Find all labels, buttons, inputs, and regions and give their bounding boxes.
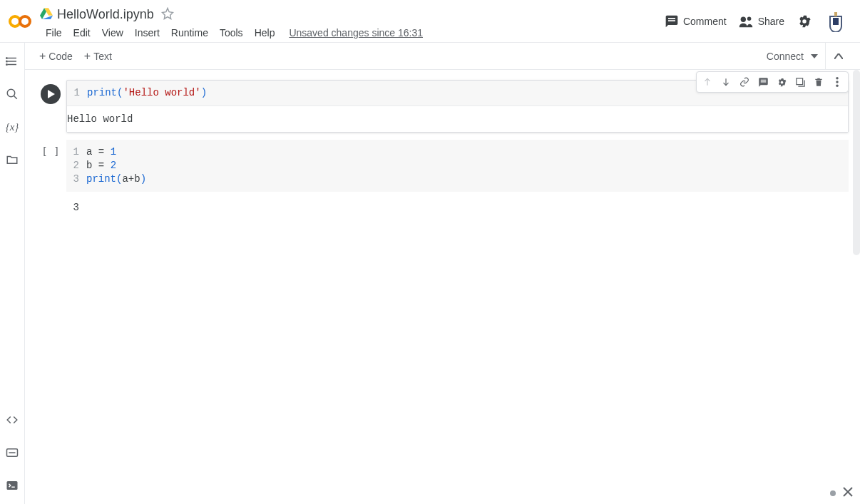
files-icon[interactable]: [5, 153, 19, 167]
add-text-label: Text: [93, 51, 112, 62]
run-cell-button[interactable]: [41, 84, 61, 104]
status-dot-icon: [830, 490, 836, 496]
colab-logo[interactable]: [6, 7, 34, 36]
code-content: a = 1: [86, 145, 116, 159]
svg-rect-5: [833, 18, 839, 25]
menu-insert[interactable]: Insert: [129, 24, 165, 41]
svg-point-1: [20, 16, 30, 26]
svg-point-23: [836, 85, 839, 88]
line-number: 1: [66, 145, 86, 159]
cell-settings-button[interactable]: [772, 73, 791, 91]
command-palette-icon[interactable]: [5, 446, 19, 460]
share-label: Share: [758, 16, 784, 27]
svg-point-2: [740, 17, 745, 22]
code-content: print(a+b): [86, 173, 146, 186]
svg-point-0: [10, 16, 20, 26]
mirror-cell-button[interactable]: [791, 73, 809, 91]
share-button[interactable]: Share: [738, 14, 784, 29]
close-icon[interactable]: [843, 487, 853, 500]
cell-output-row: 3: [35, 193, 854, 219]
output-text: 3: [66, 202, 86, 213]
more-cell-actions-button[interactable]: [828, 73, 846, 91]
line-number: 3: [66, 173, 86, 186]
delete-cell-button[interactable]: [809, 73, 828, 91]
run-cell-placeholder[interactable]: [ ]: [41, 144, 61, 158]
menu-help[interactable]: Help: [249, 24, 281, 41]
cell-output: Hello world: [67, 106, 848, 132]
drive-icon: [40, 8, 53, 21]
line-number: 2: [66, 159, 86, 173]
search-icon[interactable]: [5, 87, 19, 101]
code-content: b = 2: [86, 159, 116, 173]
line-number: 1: [67, 86, 87, 100]
connect-button[interactable]: Connect: [759, 51, 825, 62]
notebook-toolbar: +Code +Text Connect: [25, 43, 860, 70]
svg-rect-16: [7, 481, 18, 490]
notebook-area: 1print('Hello world') Hello world [ ] 1a…: [25, 70, 860, 504]
svg-point-21: [836, 77, 839, 80]
move-cell-up-button[interactable]: [698, 73, 717, 91]
svg-point-3: [747, 17, 751, 21]
menu-bar: File Edit View Insert Runtime Tools Help…: [40, 23, 665, 43]
menu-tools[interactable]: Tools: [214, 24, 249, 41]
svg-point-11: [6, 64, 8, 66]
collapse-header-button[interactable]: [825, 43, 851, 69]
header: HelloWorld.ipynb File Edit View Insert R…: [0, 0, 860, 43]
star-icon[interactable]: [161, 7, 174, 22]
notebook-title[interactable]: HelloWorld.ipynb: [57, 7, 154, 22]
svg-rect-20: [796, 78, 802, 84]
variables-icon[interactable]: {x}: [5, 120, 19, 134]
comment-cell-button[interactable]: [754, 73, 772, 91]
header-right: Comment Share: [665, 6, 854, 33]
code-content: print('Hello world'): [87, 86, 207, 100]
cell-toolbar: [696, 71, 849, 93]
settings-icon[interactable]: [796, 13, 813, 30]
move-cell-down-button[interactable]: [717, 73, 735, 91]
connect-label: Connect: [767, 51, 804, 62]
add-code-label: Code: [48, 51, 72, 62]
add-code-button[interactable]: +Code: [34, 47, 78, 66]
comment-label: Comment: [683, 16, 727, 27]
link-cell-button[interactable]: [735, 73, 754, 91]
terminal-icon[interactable]: [5, 478, 19, 493]
title-area: HelloWorld.ipynb File Edit View Insert R…: [40, 6, 665, 43]
toc-icon[interactable]: [5, 54, 19, 68]
svg-rect-4: [834, 12, 837, 16]
add-text-button[interactable]: +Text: [78, 47, 118, 66]
main-area: +Code +Text Connect: [25, 43, 860, 504]
status-bar: [830, 487, 853, 500]
menu-file[interactable]: File: [40, 24, 68, 41]
user-avatar[interactable]: [824, 10, 847, 33]
output-text: Hello world: [67, 113, 848, 125]
svg-point-22: [836, 81, 839, 83]
comment-button[interactable]: Comment: [665, 14, 727, 29]
code-editor[interactable]: 1a = 1 2b = 2 3print(a+b): [66, 140, 849, 192]
left-rail: {x}: [0, 43, 25, 504]
svg-point-10: [6, 61, 8, 62]
menu-edit[interactable]: Edit: [68, 24, 96, 41]
code-snippets-icon[interactable]: [5, 413, 19, 427]
svg-point-12: [7, 89, 15, 97]
unsaved-changes-label[interactable]: Unsaved changes since 16:31: [289, 27, 423, 38]
svg-line-13: [14, 96, 17, 99]
code-cell[interactable]: [ ] 1a = 1 2b = 2 3print(a+b): [35, 140, 854, 192]
menu-runtime[interactable]: Runtime: [165, 24, 214, 41]
chevron-down-icon: [811, 54, 818, 58]
menu-view[interactable]: View: [96, 24, 129, 41]
svg-point-9: [6, 58, 8, 59]
